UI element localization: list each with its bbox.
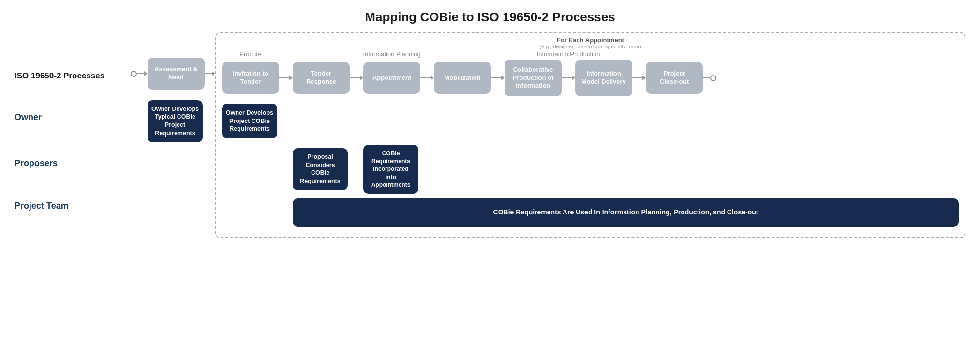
info-production-label: Information Production xyxy=(505,50,632,58)
mobilization-box: Mobilization xyxy=(434,62,491,94)
to-dashed-head xyxy=(212,71,215,76)
appointment-subtitle2: (e.g., designer, constructor, specialty … xyxy=(222,44,959,49)
prop-tender-slot: ProposalConsiders COBieRequirements xyxy=(293,148,350,191)
phase-labels-spacer xyxy=(15,47,131,58)
project-team-label-row: Project Team xyxy=(15,186,131,225)
phase-label-spacer xyxy=(15,32,131,47)
owner-label: Owner xyxy=(15,112,42,122)
project-team-label: Project Team xyxy=(15,201,69,211)
appointment-box: Appointment xyxy=(363,62,420,94)
start-head xyxy=(144,71,148,76)
pt-big-slot: COBie Requirements Are Used In Informati… xyxy=(293,198,959,227)
arr-inv-tender xyxy=(279,76,293,80)
to-dashed-line xyxy=(205,73,212,74)
assessment-row: Assessment &Need xyxy=(131,58,215,90)
owner-label-row: Owner xyxy=(15,94,131,140)
prop-appt-slot: COBieRequirementsIncorporated intoAppoin… xyxy=(363,145,420,194)
diagram-title: Mapping COBie to ISO 19650-2 Processes xyxy=(15,10,965,25)
process-section: Assessment &Need For Each Appointment (e… xyxy=(131,32,965,238)
owner-typical-box: Owner DevelopsTypical COBie ProjectRequi… xyxy=(148,100,203,143)
arr-mob-collab xyxy=(491,76,505,80)
appointment-banner2: For Each Appointment (e.g., designer, co… xyxy=(222,36,959,49)
pt-big-dbox: COBie Requirements Are Used In Informati… xyxy=(293,198,959,227)
proposers-label-row: Proposers xyxy=(15,140,131,186)
phases-row2: Procure Information Planning Information… xyxy=(222,50,959,58)
iso-label-row: ISO 19650-2 Processes xyxy=(15,58,131,94)
proposers-content-row: ProposalConsiders COBieRequirements COBi… xyxy=(222,145,959,194)
assessment-box: Assessment &Need xyxy=(148,58,205,90)
iso-label-text: ISO 19650-2 Processes xyxy=(15,71,104,81)
arr-infomodel-closeout xyxy=(632,76,646,80)
invitation-box: Invitation toTender xyxy=(222,62,279,94)
labels-column: ISO 19650-2 Processes Owner Proposers Pr… xyxy=(15,32,131,225)
owner-invitation-dbox2: Owner DevelopsProject COBieRequirements xyxy=(222,104,277,138)
procure-label: Procure xyxy=(222,50,279,58)
owner-invitation-slot: Owner DevelopsProject COBieRequirements xyxy=(222,104,279,138)
right-content: Assessment &Need For Each Appointment (e… xyxy=(131,32,965,238)
start-line xyxy=(137,73,144,74)
end-line xyxy=(703,77,710,78)
arr-appt-mob xyxy=(420,76,434,80)
dashed-region: For Each Appointment (e.g., designer, co… xyxy=(215,32,965,238)
tender-box: TenderResponse xyxy=(293,62,350,94)
arr-tender-appt xyxy=(350,76,363,80)
prop-appt-dbox: COBieRequirementsIncorporated intoAppoin… xyxy=(363,145,418,194)
info-planning-label: Information Planning xyxy=(293,50,491,58)
prop-proposal-dbox: ProposalConsiders COBieRequirements xyxy=(293,148,348,191)
infomodel-box: InformationModel Delivery xyxy=(575,60,632,96)
pt-content-row: COBie Requirements Are Used In Informati… xyxy=(222,196,959,229)
end-circle2 xyxy=(710,75,716,81)
start-circle xyxy=(131,71,137,77)
inner-process-boxes: Invitation toTender TenderResponse Appoi… xyxy=(222,60,959,96)
appointment-title2: For Each Appointment xyxy=(222,36,959,44)
collaborative-box: CollaborativeProduction ofInformation xyxy=(505,60,562,96)
owner-content-row: Owner DevelopsProject COBieRequirements xyxy=(222,99,959,143)
arr-collab-infomodel xyxy=(562,76,575,80)
closeout-box: ProjectClose-out xyxy=(646,62,703,94)
proposers-label: Proposers xyxy=(15,158,58,168)
